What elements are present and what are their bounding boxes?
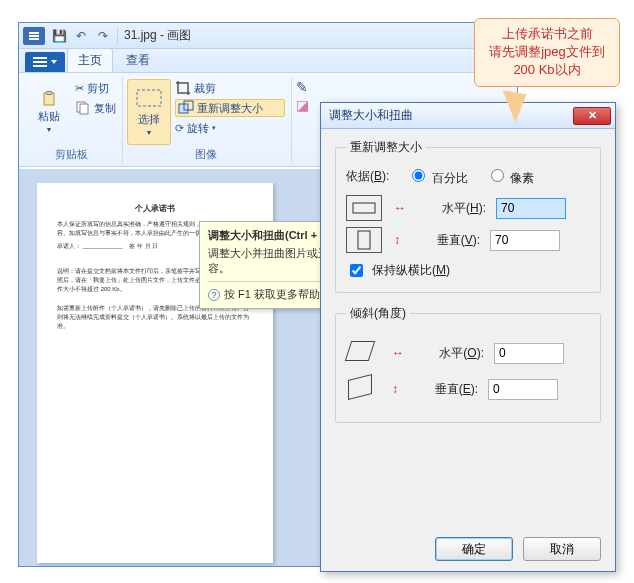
callout-tail — [498, 90, 527, 124]
resize-group-legend: 重新调整大小 — [346, 139, 426, 156]
callout-line: 200 Kb以内 — [479, 61, 615, 79]
aspect-ratio-checkbox[interactable] — [350, 264, 363, 277]
doc-title: 个人承诺书 — [57, 203, 253, 214]
aspect-ratio-label: 保持纵横比(M) — [372, 262, 450, 279]
rotate-icon: ⟳ — [175, 122, 184, 135]
ok-button[interactable]: 确定 — [435, 537, 513, 561]
ribbon-tabs: 主页 查看 — [19, 49, 517, 73]
undo-icon[interactable]: ↶ — [73, 28, 89, 44]
resize-vert-icon — [346, 227, 382, 253]
svg-rect-1 — [46, 92, 52, 95]
copy-label: 复制 — [94, 101, 116, 116]
close-button[interactable]: ✕ — [573, 107, 611, 125]
resize-vert-input[interactable] — [490, 230, 560, 251]
dialog-titlebar[interactable]: 调整大小和扭曲 ✕ — [321, 103, 615, 129]
group-label-image: 图像 — [127, 145, 285, 162]
resize-button[interactable]: 重新调整大小 — [175, 99, 285, 117]
callout-line: 请先调整jpeg文件到 — [479, 43, 615, 61]
horiz-label: 水平(H): — [416, 200, 486, 217]
save-icon[interactable]: 💾 — [51, 28, 67, 44]
dialog-title: 调整大小和扭曲 — [329, 107, 413, 124]
ribbon-group-image: 选择 ▼ 裁剪 重新调整大小 ⟳ 旋转 ▾ — [125, 77, 292, 164]
by-label: 依据(B): — [346, 168, 389, 185]
radio-percent-input[interactable] — [412, 169, 425, 182]
annotation-callout: 上传承诺书之前 请先调整jpeg文件到 200 Kb以内 — [474, 18, 620, 87]
clipboard-icon — [41, 91, 57, 107]
vert-label: 垂直(V): — [410, 232, 480, 249]
doc-sig-label: 承诺人： — [57, 243, 81, 249]
radio-percent[interactable]: 百分比 — [407, 166, 467, 187]
quick-access-toolbar: 💾 ↶ ↷ 31.jpg - 画图 — [19, 23, 517, 49]
copy-icon — [75, 100, 91, 116]
resize-horiz-input[interactable] — [496, 198, 566, 219]
skew-horiz-icon — [346, 338, 380, 368]
tab-view[interactable]: 查看 — [115, 48, 161, 72]
skew-horiz-label: 水平(O): — [414, 345, 484, 362]
arrow-vert-icon: ↕ — [392, 382, 398, 396]
rotate-label: 旋转 — [187, 121, 209, 136]
ribbon-group-clipboard: 粘贴 ▼ ✂ 剪切 复制 剪贴板 — [25, 77, 123, 164]
cancel-button[interactable]: 取消 — [523, 537, 601, 561]
radio-pixels[interactable]: 像素 — [486, 166, 534, 187]
paste-button[interactable]: 粘贴 ▼ — [27, 79, 71, 145]
select-rect-icon — [135, 88, 163, 110]
tooltip-help: 按 F1 获取更多帮助。 — [224, 288, 331, 300]
skew-vert-label: 垂直(E): — [408, 381, 478, 398]
rotate-button[interactable]: ⟳ 旋转 ▾ — [175, 119, 285, 137]
pencil-icon[interactable]: ✎ — [296, 79, 309, 95]
tab-home[interactable]: 主页 — [67, 48, 113, 72]
doc-sig-date: 年 月 日 — [137, 243, 158, 249]
resize-group: 重新调整大小 依据(B): 百分比 像素 ↔ 水平(H): ↕ 垂直(V): 保… — [335, 139, 601, 293]
scissors-icon: ✂ — [75, 82, 84, 95]
window-title: 31.jpg - 画图 — [124, 27, 191, 44]
resize-label: 重新调整大小 — [197, 101, 263, 116]
chevron-down-icon: ▼ — [46, 126, 53, 133]
crop-icon — [175, 80, 191, 96]
close-icon: ✕ — [588, 109, 597, 122]
file-tab[interactable] — [25, 52, 65, 72]
redo-icon[interactable]: ↷ — [95, 28, 111, 44]
app-menu-button[interactable] — [23, 27, 45, 45]
copy-button[interactable]: 复制 — [75, 99, 116, 117]
arrow-vert-icon: ↕ — [394, 233, 400, 247]
chevron-down-icon: ▼ — [146, 129, 153, 136]
arrow-horiz-icon: ↔ — [394, 201, 406, 215]
cut-label: 剪切 — [87, 81, 109, 96]
skew-vert-input[interactable] — [488, 379, 558, 400]
select-label: 选择 — [138, 112, 160, 127]
select-button[interactable]: 选择 ▼ — [127, 79, 171, 145]
separator — [117, 28, 118, 44]
callout-line: 上传承诺书之前 — [479, 25, 615, 43]
resize-skew-dialog: 调整大小和扭曲 ✕ 重新调整大小 依据(B): 百分比 像素 ↔ 水平(H): … — [320, 102, 616, 572]
help-icon: ? — [208, 289, 220, 301]
eraser-icon[interactable]: ◪ — [296, 97, 309, 113]
resize-icon — [178, 100, 194, 116]
cut-button[interactable]: ✂ 剪切 — [75, 79, 116, 97]
skew-group: 倾斜(角度) ↔ 水平(O): ↕ 垂直(E): — [335, 305, 601, 423]
crop-label: 裁剪 — [194, 81, 216, 96]
group-label-clipboard: 剪贴板 — [27, 145, 116, 162]
skew-horiz-input[interactable] — [494, 343, 564, 364]
skew-vert-icon — [346, 374, 380, 404]
resize-horiz-icon — [346, 195, 382, 221]
paste-label: 粘贴 — [38, 109, 60, 124]
chevron-down-icon: ▾ — [212, 124, 216, 132]
skew-group-legend: 倾斜(角度) — [346, 305, 410, 322]
svg-rect-8 — [358, 231, 370, 249]
crop-button[interactable]: 裁剪 — [175, 79, 285, 97]
arrow-horiz-icon: ↔ — [392, 346, 404, 360]
radio-pixels-input[interactable] — [491, 169, 504, 182]
svg-rect-3 — [80, 104, 88, 114]
svg-rect-7 — [353, 203, 375, 213]
svg-rect-4 — [137, 90, 161, 106]
